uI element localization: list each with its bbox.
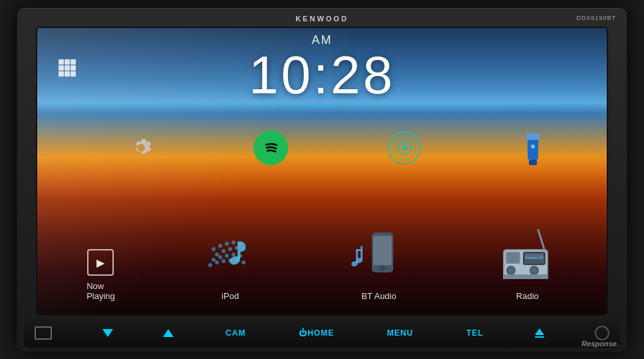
- svg-point-28: [218, 255, 222, 259]
- square-icon: [35, 326, 52, 340]
- svg-point-30: [232, 252, 236, 256]
- mic-icon: [595, 326, 609, 340]
- svg-rect-65: [503, 274, 548, 279]
- svg-point-17: [212, 247, 216, 251]
- svg-point-37: [242, 260, 245, 264]
- svg-rect-4: [65, 65, 70, 71]
- down-arrow-icon: [102, 329, 113, 337]
- ipod-item[interactable]: iPod: [200, 229, 260, 301]
- brand-label: KENWOOD: [295, 15, 349, 23]
- settings-icon-item[interactable]: [126, 133, 156, 163]
- svg-text:Station 01: Station 01: [525, 256, 544, 260]
- up-arrow-icon: [163, 329, 174, 337]
- svg-point-18: [218, 244, 222, 248]
- svg-rect-14: [526, 133, 540, 140]
- radio-item[interactable]: Station 01: [498, 229, 558, 301]
- svg-rect-1: [65, 59, 70, 65]
- svg-rect-41: [373, 236, 392, 265]
- square-button[interactable]: [29, 324, 57, 342]
- usb-icon-item[interactable]: [521, 128, 545, 168]
- down-arrow-button[interactable]: [97, 326, 118, 340]
- spotify-icon-item[interactable]: [253, 131, 288, 165]
- svg-rect-5: [71, 65, 76, 71]
- svg-rect-2: [71, 59, 76, 65]
- svg-point-42: [380, 266, 385, 271]
- svg-point-33: [215, 260, 219, 264]
- svg-point-19: [225, 242, 229, 246]
- main-screen: AM 10:28: [36, 27, 608, 316]
- eject-icon: [535, 328, 544, 338]
- svg-rect-3: [59, 65, 64, 71]
- eject-button[interactable]: [530, 326, 550, 340]
- svg-point-63: [531, 267, 538, 274]
- up-arrow-button[interactable]: [158, 326, 179, 340]
- spotify-icon[interactable]: [253, 131, 288, 165]
- svg-point-16: [531, 145, 535, 149]
- svg-point-10: [402, 145, 407, 151]
- bt-audio-item[interactable]: BT Audio: [345, 229, 412, 301]
- svg-point-61: [508, 267, 514, 274]
- ipod-label: iPod: [222, 291, 239, 301]
- bt-audio-label: BT Audio: [361, 291, 397, 301]
- play-button-icon[interactable]: ▶: [87, 249, 114, 276]
- svg-point-24: [228, 247, 232, 251]
- top-bar: AM 10:28: [37, 28, 607, 108]
- svg-line-64: [538, 229, 544, 249]
- svg-rect-0: [59, 59, 64, 65]
- middle-icons-row: [37, 115, 607, 181]
- bottom-icons-row: ▶ NowPlaying: [37, 229, 607, 301]
- device-unit: KENWOOD DDX6190BT: [16, 7, 628, 353]
- svg-point-32: [208, 263, 212, 267]
- menu-button[interactable]: MENU: [381, 326, 420, 340]
- svg-point-34: [222, 259, 226, 263]
- cam-button[interactable]: CAM: [219, 326, 252, 340]
- tel-button[interactable]: TEL: [460, 326, 490, 340]
- divider-line: [37, 107, 607, 107]
- svg-point-23: [222, 249, 226, 253]
- svg-rect-15: [529, 160, 537, 165]
- home-button[interactable]: ⏻HOME: [292, 326, 341, 340]
- svg-point-27: [212, 258, 216, 262]
- now-playing-item[interactable]: ▶ NowPlaying: [86, 249, 115, 301]
- wireless-icon-item[interactable]: [386, 129, 423, 167]
- svg-rect-7: [65, 71, 70, 77]
- time-value: 10:28: [249, 49, 395, 102]
- now-playing-label: NowPlaying: [86, 281, 115, 301]
- svg-rect-6: [59, 71, 64, 77]
- svg-point-22: [215, 252, 219, 256]
- watermark: Response.: [581, 340, 619, 348]
- svg-point-29: [225, 254, 229, 258]
- menu-grid-icon[interactable]: [57, 58, 77, 78]
- svg-rect-45: [356, 249, 363, 251]
- radio-label: Radio: [516, 291, 539, 301]
- control-bar: CAM ⏻HOME MENU TEL: [24, 318, 620, 347]
- model-label: DDX6190BT: [576, 15, 616, 21]
- svg-point-20: [232, 240, 236, 244]
- time-display: AM 10:28: [249, 33, 395, 102]
- svg-rect-8: [71, 71, 76, 77]
